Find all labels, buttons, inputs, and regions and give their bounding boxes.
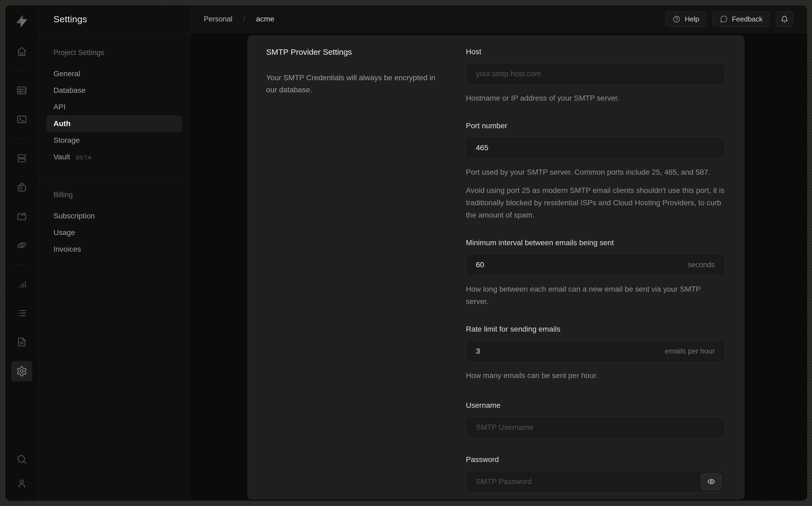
beta-badge: BETA: [76, 154, 92, 161]
help-circle-icon: [672, 15, 681, 23]
password-field-group: Password: [466, 455, 725, 492]
sidebar-item-auth[interactable]: Auth: [47, 115, 182, 132]
sql-editor-icon[interactable]: [11, 109, 32, 130]
edge-functions-icon[interactable]: [11, 235, 32, 255]
help-button[interactable]: Help: [665, 11, 706, 27]
reveal-password-button[interactable]: [701, 473, 722, 490]
main-area: Personal / acme Help Feedback: [190, 5, 807, 501]
breadcrumb: Personal / acme: [204, 15, 275, 23]
storage-icon[interactable]: [11, 206, 32, 227]
notifications-button[interactable]: [776, 11, 793, 27]
sidebar-divider: [39, 178, 190, 178]
supabase-logo-icon[interactable]: [14, 13, 29, 29]
section-header-billing: Billing: [39, 191, 190, 199]
settings-sidebar-header: Settings: [39, 5, 190, 33]
sidebar-item-vault[interactable]: Vault BETA: [47, 149, 182, 165]
host-input[interactable]: [466, 63, 725, 84]
reports-icon[interactable]: [11, 274, 32, 294]
port-field-group: Port number Port used by your SMTP serve…: [466, 121, 725, 221]
profile-icon[interactable]: [11, 473, 32, 494]
table-editor-icon[interactable]: [11, 80, 32, 101]
sidebar-item-invoices[interactable]: Invoices: [47, 241, 182, 258]
rate-helper: How many emails can be sent per hour.: [466, 369, 725, 382]
port-note: Avoid using port 25 as modern SMTP email…: [466, 184, 725, 221]
icon-rail: [5, 5, 39, 501]
speech-bubble-icon: [720, 15, 728, 23]
host-label: Host: [466, 48, 725, 56]
host-field-group: Host Hostname or IP address of your SMTP…: [466, 48, 725, 104]
sidebar-item-api[interactable]: API: [47, 99, 182, 115]
search-icon[interactable]: [11, 449, 32, 470]
feedback-button[interactable]: Feedback: [712, 11, 770, 27]
top-bar: Personal / acme Help Feedback: [190, 5, 807, 33]
interval-field-group: Minimum interval between emails being se…: [466, 239, 725, 308]
page-title: Settings: [54, 14, 87, 24]
settings-icon[interactable]: [11, 361, 32, 381]
panel-title: SMTP Provider Settings: [266, 48, 448, 57]
rate-input[interactable]: [466, 341, 725, 362]
docs-icon[interactable]: [11, 332, 32, 352]
content-area: SMTP Provider Settings Your SMTP Credent…: [190, 33, 807, 501]
smtp-settings-panel: SMTP Provider Settings Your SMTP Credent…: [247, 35, 745, 500]
auth-icon[interactable]: [11, 177, 32, 197]
interval-input[interactable]: [466, 254, 725, 275]
panel-description: Your SMTP Credentials will always be enc…: [266, 72, 448, 96]
password-input[interactable]: [466, 471, 725, 492]
sidebar-item-database[interactable]: Database: [47, 82, 182, 99]
bell-icon: [780, 15, 789, 23]
breadcrumb-separator: /: [243, 15, 245, 23]
host-helper: Hostname or IP address of your SMTP serv…: [466, 92, 725, 104]
sidebar-item-storage[interactable]: Storage: [47, 132, 182, 149]
section-header-project-settings: Project Settings: [39, 49, 190, 57]
app-window: Settings Project Settings General Databa…: [5, 5, 807, 501]
port-helper: Port used by your SMTP server. Common po…: [466, 166, 725, 178]
sidebar-item-subscription[interactable]: Subscription: [47, 208, 182, 224]
username-label: Username: [466, 401, 725, 410]
sidebar-item-usage[interactable]: Usage: [47, 224, 182, 241]
database-icon[interactable]: [11, 148, 32, 168]
eye-icon: [707, 477, 716, 486]
rail-divider: [14, 139, 29, 139]
rail-divider: [14, 264, 29, 265]
settings-sidebar: Settings Project Settings General Databa…: [39, 5, 190, 501]
interval-label: Minimum interval between emails being se…: [466, 239, 725, 247]
rate-label: Rate limit for sending emails: [466, 325, 725, 334]
port-label: Port number: [466, 121, 725, 130]
username-input[interactable]: [466, 417, 725, 438]
password-label: Password: [466, 455, 725, 464]
port-input[interactable]: [466, 137, 725, 158]
username-field-group: Username: [466, 401, 725, 438]
breadcrumb-project[interactable]: acme: [256, 15, 274, 23]
rate-field-group: Rate limit for sending emails emails per…: [466, 325, 725, 382]
interval-helper: How long between each email can a new em…: [466, 283, 725, 308]
logs-icon[interactable]: [11, 303, 32, 323]
breadcrumb-org[interactable]: Personal: [204, 15, 232, 23]
sidebar-item-general[interactable]: General: [47, 66, 182, 82]
home-icon[interactable]: [11, 41, 32, 62]
